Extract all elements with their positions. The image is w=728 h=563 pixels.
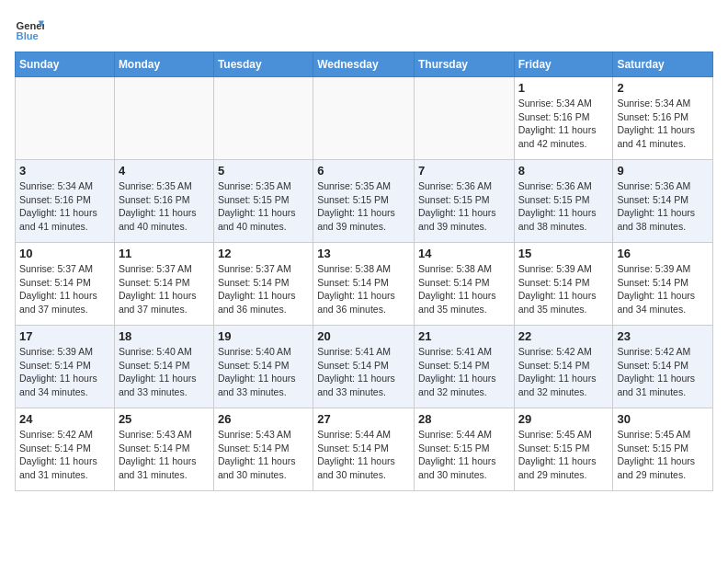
calendar-header-monday: Monday [114, 52, 213, 77]
day-detail: Sunrise: 5:36 AM Sunset: 5:14 PM Dayligh… [617, 179, 709, 234]
day-detail: Sunrise: 5:37 AM Sunset: 5:14 PM Dayligh… [19, 262, 110, 316]
day-number: 8 [518, 164, 609, 178]
calendar-header-saturday: Saturday [613, 52, 713, 77]
day-number: 25 [119, 412, 210, 426]
day-number: 23 [617, 329, 709, 343]
calendar-day-cell: 11Sunrise: 5:37 AM Sunset: 5:14 PM Dayli… [114, 243, 213, 326]
day-detail: Sunrise: 5:39 AM Sunset: 5:14 PM Dayligh… [518, 262, 609, 316]
day-number: 24 [19, 412, 110, 426]
calendar-day-cell [213, 77, 313, 160]
day-detail: Sunrise: 5:43 AM Sunset: 5:14 PM Dayligh… [119, 428, 210, 482]
day-detail: Sunrise: 5:42 AM Sunset: 5:14 PM Dayligh… [617, 345, 709, 399]
calendar-day-cell: 9Sunrise: 5:36 AM Sunset: 5:14 PM Daylig… [613, 160, 713, 243]
calendar-day-cell: 26Sunrise: 5:43 AM Sunset: 5:14 PM Dayli… [213, 408, 313, 491]
day-number: 19 [218, 329, 309, 343]
day-number: 3 [19, 164, 110, 178]
calendar-day-cell: 29Sunrise: 5:45 AM Sunset: 5:15 PM Dayli… [514, 408, 613, 491]
day-number: 10 [19, 247, 110, 260]
day-detail: Sunrise: 5:41 AM Sunset: 5:14 PM Dayligh… [317, 345, 410, 399]
calendar-header-wednesday: Wednesday [313, 52, 415, 77]
day-number: 16 [617, 247, 709, 260]
calendar-day-cell: 1Sunrise: 5:34 AM Sunset: 5:16 PM Daylig… [514, 77, 613, 160]
svg-text:Blue: Blue [17, 30, 39, 41]
calendar-header-sunday: Sunday [16, 52, 115, 77]
day-number: 4 [119, 164, 210, 178]
calendar-day-cell: 22Sunrise: 5:42 AM Sunset: 5:14 PM Dayli… [514, 326, 613, 408]
calendar-day-cell [414, 77, 514, 160]
day-detail: Sunrise: 5:45 AM Sunset: 5:15 PM Dayligh… [518, 428, 609, 482]
calendar-day-cell: 15Sunrise: 5:39 AM Sunset: 5:14 PM Dayli… [514, 243, 613, 326]
day-detail: Sunrise: 5:34 AM Sunset: 5:16 PM Dayligh… [617, 97, 709, 151]
calendar-day-cell: 28Sunrise: 5:44 AM Sunset: 5:15 PM Dayli… [414, 408, 514, 491]
day-number: 5 [218, 164, 309, 178]
day-detail: Sunrise: 5:39 AM Sunset: 5:14 PM Dayligh… [19, 345, 110, 399]
day-detail: Sunrise: 5:36 AM Sunset: 5:15 PM Dayligh… [518, 179, 609, 234]
day-detail: Sunrise: 5:35 AM Sunset: 5:16 PM Dayligh… [119, 179, 210, 234]
day-detail: Sunrise: 5:40 AM Sunset: 5:14 PM Dayligh… [119, 345, 210, 399]
calendar-day-cell [313, 77, 415, 160]
day-detail: Sunrise: 5:45 AM Sunset: 5:15 PM Dayligh… [617, 428, 709, 482]
calendar-day-cell: 27Sunrise: 5:44 AM Sunset: 5:14 PM Dayli… [313, 408, 415, 491]
day-number: 30 [617, 412, 709, 426]
day-detail: Sunrise: 5:35 AM Sunset: 5:15 PM Dayligh… [317, 179, 410, 234]
calendar-day-cell [114, 77, 213, 160]
calendar-week-5: 24Sunrise: 5:42 AM Sunset: 5:14 PM Dayli… [16, 408, 713, 491]
day-detail: Sunrise: 5:37 AM Sunset: 5:14 PM Dayligh… [218, 262, 309, 316]
day-detail: Sunrise: 5:34 AM Sunset: 5:16 PM Dayligh… [19, 179, 110, 234]
calendar-week-3: 10Sunrise: 5:37 AM Sunset: 5:14 PM Dayli… [16, 243, 713, 326]
day-detail: Sunrise: 5:42 AM Sunset: 5:14 PM Dayligh… [19, 428, 110, 482]
calendar-day-cell: 30Sunrise: 5:45 AM Sunset: 5:15 PM Dayli… [613, 408, 713, 491]
day-number: 15 [518, 247, 609, 260]
day-number: 21 [418, 329, 510, 343]
day-detail: Sunrise: 5:43 AM Sunset: 5:14 PM Dayligh… [218, 428, 309, 482]
day-number: 11 [119, 247, 210, 260]
calendar-table: SundayMondayTuesdayWednesdayThursdayFrid… [15, 52, 713, 491]
calendar-day-cell: 24Sunrise: 5:42 AM Sunset: 5:14 PM Dayli… [16, 408, 115, 491]
day-detail: Sunrise: 5:38 AM Sunset: 5:14 PM Dayligh… [418, 262, 510, 316]
calendar-day-cell: 25Sunrise: 5:43 AM Sunset: 5:14 PM Dayli… [114, 408, 213, 491]
day-number: 27 [317, 412, 410, 426]
day-number: 7 [418, 164, 510, 178]
day-detail: Sunrise: 5:44 AM Sunset: 5:14 PM Dayligh… [317, 428, 410, 482]
calendar-day-cell: 4Sunrise: 5:35 AM Sunset: 5:16 PM Daylig… [114, 160, 213, 243]
day-detail: Sunrise: 5:40 AM Sunset: 5:14 PM Dayligh… [218, 345, 309, 399]
day-number: 22 [518, 329, 609, 343]
day-detail: Sunrise: 5:38 AM Sunset: 5:14 PM Dayligh… [317, 262, 410, 316]
calendar-header-row: SundayMondayTuesdayWednesdayThursdayFrid… [16, 52, 713, 77]
calendar-day-cell: 7Sunrise: 5:36 AM Sunset: 5:15 PM Daylig… [414, 160, 514, 243]
calendar-day-cell: 6Sunrise: 5:35 AM Sunset: 5:15 PM Daylig… [313, 160, 415, 243]
calendar-day-cell [16, 77, 115, 160]
calendar-day-cell: 18Sunrise: 5:40 AM Sunset: 5:14 PM Dayli… [114, 326, 213, 408]
calendar-day-cell: 21Sunrise: 5:41 AM Sunset: 5:14 PM Dayli… [414, 326, 514, 408]
calendar-day-cell: 14Sunrise: 5:38 AM Sunset: 5:14 PM Dayli… [414, 243, 514, 326]
day-detail: Sunrise: 5:39 AM Sunset: 5:14 PM Dayligh… [617, 262, 709, 316]
day-detail: Sunrise: 5:35 AM Sunset: 5:15 PM Dayligh… [218, 179, 309, 234]
calendar-day-cell: 8Sunrise: 5:36 AM Sunset: 5:15 PM Daylig… [514, 160, 613, 243]
day-detail: Sunrise: 5:36 AM Sunset: 5:15 PM Dayligh… [418, 179, 510, 234]
day-number: 13 [317, 247, 410, 260]
page-header: General Blue [15, 15, 713, 44]
calendar-day-cell: 3Sunrise: 5:34 AM Sunset: 5:16 PM Daylig… [16, 160, 115, 243]
calendar-week-4: 17Sunrise: 5:39 AM Sunset: 5:14 PM Dayli… [16, 326, 713, 408]
day-number: 28 [418, 412, 510, 426]
calendar-day-cell: 12Sunrise: 5:37 AM Sunset: 5:14 PM Dayli… [213, 243, 313, 326]
calendar-day-cell: 17Sunrise: 5:39 AM Sunset: 5:14 PM Dayli… [16, 326, 115, 408]
day-number: 12 [218, 247, 309, 260]
calendar-day-cell: 19Sunrise: 5:40 AM Sunset: 5:14 PM Dayli… [213, 326, 313, 408]
calendar-day-cell: 2Sunrise: 5:34 AM Sunset: 5:16 PM Daylig… [613, 77, 713, 160]
calendar-day-cell: 5Sunrise: 5:35 AM Sunset: 5:15 PM Daylig… [213, 160, 313, 243]
day-number: 18 [119, 329, 210, 343]
day-detail: Sunrise: 5:44 AM Sunset: 5:15 PM Dayligh… [418, 428, 510, 482]
day-number: 6 [317, 164, 410, 178]
day-number: 1 [518, 81, 609, 95]
day-number: 20 [317, 329, 410, 343]
day-number: 29 [518, 412, 609, 426]
calendar-day-cell: 13Sunrise: 5:38 AM Sunset: 5:14 PM Dayli… [313, 243, 415, 326]
day-detail: Sunrise: 5:37 AM Sunset: 5:14 PM Dayligh… [119, 262, 210, 316]
calendar-header-friday: Friday [514, 52, 613, 77]
calendar-week-2: 3Sunrise: 5:34 AM Sunset: 5:16 PM Daylig… [16, 160, 713, 243]
calendar-day-cell: 20Sunrise: 5:41 AM Sunset: 5:14 PM Dayli… [313, 326, 415, 408]
day-number: 9 [617, 164, 709, 178]
logo-icon: General Blue [15, 15, 44, 44]
logo: General Blue [15, 15, 44, 44]
